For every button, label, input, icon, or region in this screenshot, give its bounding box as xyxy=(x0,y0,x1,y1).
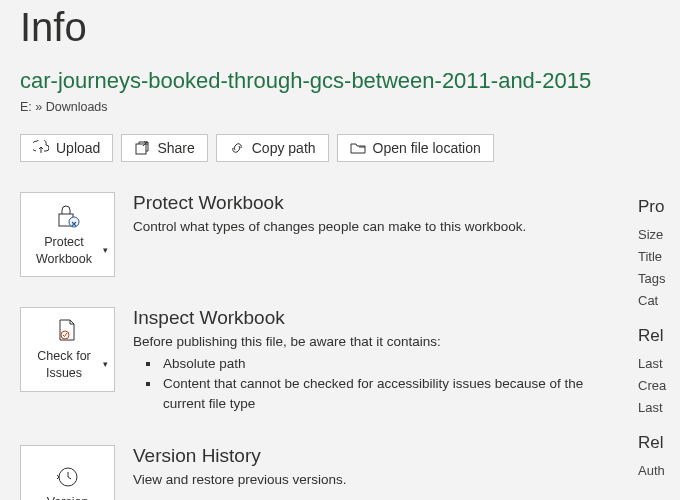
document-check-icon xyxy=(55,318,81,344)
page-title: Info xyxy=(20,5,660,50)
version-section: Version Version History View and restore… xyxy=(20,445,620,500)
protect-title: Protect Workbook xyxy=(133,192,620,214)
inspect-tile-label: Check for Issues xyxy=(27,348,101,381)
properties-heading: Pro xyxy=(638,197,680,217)
inspect-title: Inspect Workbook xyxy=(133,307,620,329)
related-dates-heading: Rel xyxy=(638,326,680,346)
check-issues-tile[interactable]: Check for Issues ▾ xyxy=(20,307,115,392)
protect-workbook-tile[interactable]: Protect Workbook ▾ xyxy=(20,192,115,277)
properties-panel: Pro Size Title Tags Cat Rel Last Crea La… xyxy=(638,192,680,500)
open-location-label: Open file location xyxy=(373,140,481,156)
share-icon xyxy=(134,140,150,156)
copy-path-button[interactable]: Copy path xyxy=(216,134,329,162)
version-history-tile[interactable]: Version xyxy=(20,445,115,500)
prop-last-modified: Last xyxy=(638,356,680,371)
share-label: Share xyxy=(157,140,194,156)
prop-author: Auth xyxy=(638,463,680,478)
lock-icon xyxy=(53,202,83,230)
prop-title: Title xyxy=(638,249,680,264)
upload-button[interactable]: Upload xyxy=(20,134,113,162)
svg-point-2 xyxy=(69,217,79,227)
chevron-down-icon: ▾ xyxy=(103,359,108,371)
link-icon xyxy=(229,140,245,156)
prop-last-printed: Last xyxy=(638,400,680,415)
prop-created: Crea xyxy=(638,378,680,393)
folder-icon xyxy=(350,140,366,156)
protect-tile-label: Protect Workbook xyxy=(27,234,101,267)
version-desc: View and restore previous versions. xyxy=(133,471,620,490)
upload-label: Upload xyxy=(56,140,100,156)
share-button[interactable]: Share xyxy=(121,134,207,162)
chevron-down-icon: ▾ xyxy=(103,245,108,257)
history-icon xyxy=(55,464,81,490)
upload-icon xyxy=(33,140,49,156)
inspect-desc: Before publishing this file, be aware th… xyxy=(133,333,620,352)
inspect-item: Content that cannot be checked for acces… xyxy=(161,374,620,415)
prop-category: Cat xyxy=(638,293,680,308)
prop-size: Size xyxy=(638,227,680,242)
inspect-item: Absolute path xyxy=(161,354,620,374)
file-path[interactable]: E: » Downloads xyxy=(20,100,660,114)
version-title: Version History xyxy=(133,445,620,467)
protect-desc: Control what types of changes people can… xyxy=(133,218,620,237)
version-tile-label: Version xyxy=(47,494,89,500)
file-name: car-journeys-booked-through-gcs-between-… xyxy=(20,68,660,94)
inspect-section: Check for Issues ▾ Inspect Workbook Befo… xyxy=(20,307,620,415)
related-people-heading: Rel xyxy=(638,433,680,453)
open-location-button[interactable]: Open file location xyxy=(337,134,494,162)
protect-section: Protect Workbook ▾ Protect Workbook Cont… xyxy=(20,192,620,277)
action-bar: Upload Share Copy path Open file locatio… xyxy=(20,134,660,162)
svg-rect-0 xyxy=(136,144,146,154)
prop-tags: Tags xyxy=(638,271,680,286)
copy-path-label: Copy path xyxy=(252,140,316,156)
